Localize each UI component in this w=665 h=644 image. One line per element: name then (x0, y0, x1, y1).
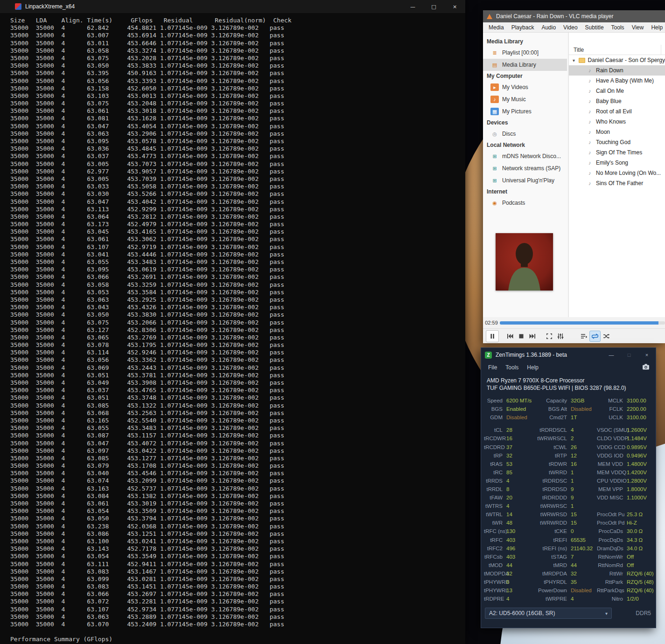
playlist-track[interactable]: ♪Sign Of The Times (569, 147, 665, 158)
sidebar-item-media-library[interactable]: ▤Media Library (483, 59, 567, 71)
playlist-track[interactable]: ♪Call On Me (569, 86, 665, 96)
sidebar-item-label: Network streams (SAP) (502, 165, 560, 172)
timing-label: tRDPRE (484, 596, 506, 602)
memory-module-dropdown[interactable]: A2: UD5-6000 (16GB, SR) ▾ (485, 608, 612, 619)
stop-button[interactable] (516, 331, 527, 342)
sidebar-item-playlist-00-00[interactable]: ≣Playlist [00:00] (483, 47, 567, 59)
zentimings-titlebar[interactable]: Z ZenTimings 1.36.1889 - beta — □ × (481, 348, 656, 362)
playlist-track[interactable]: ♪Who Knows (569, 117, 665, 127)
maximize-button[interactable]: □ (620, 348, 638, 362)
timing-row: Speed6200 MT/sCapacity32GBMCLK3100.00 (484, 396, 654, 405)
result-row: 35000 35000 4 63.075 453.2028 1.077145e-… (10, 55, 465, 62)
playlist-track[interactable]: ♪Rain Down (569, 65, 665, 76)
track-title: Emily's Song (596, 159, 628, 166)
maximize-button[interactable]: □ (423, 0, 444, 13)
timing-value: 1.4800V (627, 461, 655, 467)
minimize-button[interactable]: — (402, 0, 423, 13)
playlist-track[interactable]: ♪Touching God (569, 137, 665, 147)
sidebar-item-universal-plug-n-play[interactable]: ⊞Universal Plug'n'Play (483, 174, 567, 187)
timing-label: RttNomRd (597, 562, 627, 568)
zentimings-window-title: ZenTimings 1.36.1889 - beta (496, 352, 567, 358)
track-title: Touching God (596, 139, 630, 145)
result-row: 35000 35000 4 63.056 453.3393 1.077145e-… (10, 77, 465, 85)
timing-label: tRFC2 (484, 546, 506, 551)
fullscreen-button[interactable] (544, 331, 555, 342)
menu-file[interactable]: File (484, 362, 501, 373)
timing-value: 37 (506, 444, 536, 450)
timing-label: tPHYWRL (484, 588, 506, 593)
close-button[interactable]: × (638, 348, 656, 362)
chevron-down-icon[interactable]: ▾ (573, 58, 579, 63)
previous-button[interactable] (504, 331, 516, 342)
timing-value: 13 (506, 588, 536, 593)
result-row: 35000 35000 4 63.047 453.4042 1.077145e-… (10, 198, 465, 206)
loop-button[interactable] (589, 331, 601, 342)
sidebar-item-my-videos[interactable]: ▸My Videos (483, 81, 567, 93)
menu-video[interactable]: Video (560, 22, 581, 33)
track-icon: ♪ (588, 150, 596, 155)
track-title: Who Knows (596, 118, 626, 125)
sidebar-section-internet: Internet (483, 187, 567, 197)
menu-tools[interactable]: Tools (608, 22, 628, 33)
close-button[interactable]: × (444, 0, 465, 13)
menu-playback[interactable]: Playback (508, 22, 538, 33)
sidebar-item-podcasts[interactable]: ◉Podcasts (483, 197, 567, 209)
timing-value: 32 (506, 571, 536, 576)
result-row: 35000 35000 4 62.842 454.8821 1.077145e-… (10, 24, 465, 32)
menu-view[interactable]: View (628, 22, 648, 33)
timing-value: 7 (571, 554, 597, 560)
result-row: 35000 35000 4 63.068 453.2563 1.077145e-… (10, 409, 465, 417)
result-row: 35000 35000 4 63.030 453.5266 1.077145e-… (10, 190, 465, 198)
menu-media[interactable]: Media (485, 22, 508, 33)
playlist-track[interactable]: ♪No More Loving (On Wo... (569, 168, 665, 178)
playlist-folder-row[interactable]: ▾ Daniel Caesar - Son Of Spergy (569, 55, 665, 65)
terminal-titlebar[interactable]: LinpackXtreme_x64 — □ × (0, 0, 465, 13)
result-row: 35000 35000 4 63.086 453.1251 1.077145e-… (10, 530, 465, 538)
playlist-track[interactable]: ♪Moon (569, 127, 665, 137)
minimize-button[interactable]: — (602, 348, 620, 362)
next-button[interactable] (527, 331, 538, 342)
equalizer-button[interactable] (555, 331, 566, 342)
timing-value: Hi-Z (627, 520, 655, 526)
menu-audio[interactable]: Audio (538, 22, 560, 33)
vlc-titlebar[interactable]: Daniel Caesar - Rain Down - VLC media pl… (483, 10, 665, 22)
sidebar-item-network-streams-sap[interactable]: ⊞Network streams (SAP) (483, 162, 567, 174)
library-icon: ▤ (490, 61, 499, 69)
screenshot-camera-icon[interactable] (641, 363, 651, 372)
timing-row: tRAS53tRDWR16MEM VDD1.4800V (484, 460, 654, 468)
result-row: 35000 35000 4 63.064 453.2812 1.077145e-… (10, 213, 465, 221)
column-separator[interactable] (661, 45, 661, 55)
timing-value: 30.0 Ω (627, 528, 655, 534)
timing-label: tMRDPDA (536, 571, 571, 576)
playlist-track[interactable]: ♪Have A Baby (With Me) (569, 76, 665, 86)
sidebar-item-mdns-network-disco[interactable]: ⊞mDNS Network Disco... (483, 150, 567, 162)
playlist-track[interactable]: ♪Sins Of The Father (569, 178, 665, 188)
track-title: Call On Me (596, 88, 624, 94)
result-row: 35000 35000 4 63.005 453.7073 1.077145e-… (10, 160, 465, 168)
result-row: 35000 35000 4 63.047 453.4072 1.077145e-… (10, 440, 465, 447)
result-row: 35000 35000 4 63.011 453.6646 1.077145e-… (10, 40, 465, 47)
menu-tools[interactable]: Tools (501, 362, 523, 373)
playlist-track[interactable]: ♪Root of all Evil (569, 106, 665, 117)
sidebar-item-my-music[interactable]: ♪My Music (483, 93, 567, 105)
seek-bar[interactable] (500, 321, 665, 325)
timing-label: tWRWRSD (536, 512, 571, 517)
playlist-column-header[interactable]: Title (569, 45, 665, 55)
result-row: 35000 35000 4 63.107 452.9719 1.077145e-… (10, 243, 465, 251)
playlist-track[interactable]: ♪Baby Blue (569, 96, 665, 106)
timing-label: tRCDWR (484, 436, 506, 441)
menu-help[interactable]: Help (523, 362, 543, 373)
sidebar-item-discs[interactable]: ◎Discs (483, 128, 567, 140)
menu-subtitle[interactable]: Subtitle (581, 22, 608, 33)
result-row: 35000 35000 4 63.041 453.4446 1.077145e-… (10, 251, 465, 258)
linpack-terminal-window: LinpackXtreme_x64 — □ × Size LDA Align. … (0, 0, 465, 644)
result-row: 35000 35000 4 62.977 453.9057 1.077145e-… (10, 168, 465, 175)
playlist-button[interactable] (578, 331, 589, 342)
menu-help[interactable]: Help (647, 22, 665, 33)
timing-label: Cmd2T (536, 415, 571, 420)
random-button[interactable] (601, 331, 612, 342)
playlist-track[interactable]: ♪Emily's Song (569, 158, 665, 168)
pause-button[interactable] (486, 330, 499, 342)
sidebar-item-my-pictures[interactable]: ▦My Pictures (483, 105, 567, 118)
timing-row: tRRDL8tRDRDSD9MEM VPP1.8000V (484, 485, 654, 493)
